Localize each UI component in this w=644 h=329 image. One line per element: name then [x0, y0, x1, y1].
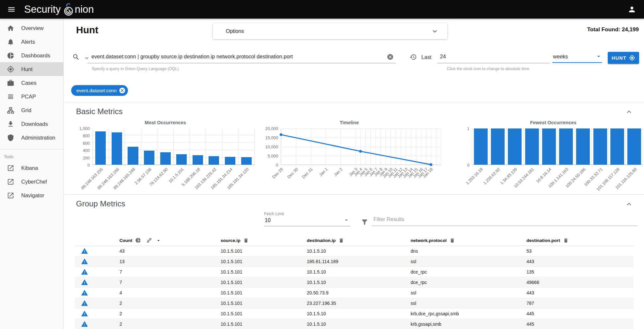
- x-tick-label: Dec 31: [301, 167, 314, 179]
- bar[interactable]: [160, 152, 171, 165]
- bar[interactable]: [542, 128, 556, 165]
- bar[interactable]: [474, 128, 488, 165]
- bar[interactable]: [627, 128, 641, 165]
- pie-chart-toggle-icon[interactable]: [135, 237, 141, 243]
- sidebar-item-label: Overview: [21, 25, 44, 31]
- warning-icon[interactable]: [81, 289, 88, 296]
- bar[interactable]: [112, 132, 122, 165]
- bar[interactable]: [193, 155, 203, 165]
- sidebar-item-cases[interactable]: Cases: [0, 76, 63, 90]
- bar[interactable]: [576, 128, 590, 165]
- fetch-limit-select[interactable]: Fetch Limit 10: [264, 212, 350, 226]
- time-unit-select[interactable]: weeks: [552, 51, 602, 63]
- filter-chip[interactable]: event.dataset:conn: [71, 85, 128, 96]
- topbar: Security nion: [0, 0, 644, 19]
- collapse-basic-metrics-icon[interactable]: [625, 108, 633, 116]
- sidebar-item-hunt[interactable]: Hunt: [0, 62, 63, 76]
- bar[interactable]: [144, 151, 154, 165]
- remove-column-icon[interactable]: [563, 238, 569, 243]
- table-row[interactable]: 410.1.5.10120.50.73.9ssl443: [75, 288, 634, 298]
- x-tick-label: 10.1.5.101: [168, 167, 185, 184]
- hamburger-menu-icon[interactable]: [7, 5, 16, 14]
- bar-slot: [609, 128, 626, 165]
- data-point[interactable]: [280, 133, 283, 136]
- table-row[interactable]: 710.1.5.10110.1.5.10dce_rpc49666: [75, 277, 634, 288]
- bar[interactable]: [610, 128, 624, 165]
- bell-icon: [7, 38, 14, 46]
- warning-icon[interactable]: [81, 258, 88, 265]
- bar[interactable]: [593, 128, 607, 165]
- sidebar-item-label: Kibana: [21, 165, 38, 171]
- groupby-tree-icon[interactable]: [147, 238, 152, 243]
- sidebar-item-alerts[interactable]: Alerts: [0, 35, 63, 49]
- table-cell: 10.1.5.10: [307, 311, 411, 316]
- sidebar-item-overview[interactable]: Overview: [0, 21, 63, 35]
- sidebar-item-navigator[interactable]: Navigator: [0, 188, 63, 202]
- table-row[interactable]: 210.1.5.10110.1.5.10krb,gssapi,smb445: [75, 319, 634, 329]
- groupby-caret-icon[interactable]: [156, 238, 161, 243]
- sidebar-item-cyberchef[interactable]: CyberChef: [0, 175, 63, 188]
- row-actions-cell: [75, 247, 119, 255]
- warning-icon[interactable]: [81, 279, 88, 286]
- hunt-button[interactable]: HUNT: [608, 52, 639, 64]
- bar[interactable]: [225, 157, 235, 165]
- clock-history-icon[interactable]: [410, 53, 417, 61]
- sidebar-item-kibana[interactable]: Kibana: [0, 161, 63, 175]
- x-tick-label: 10.8.16.14: [535, 167, 552, 184]
- data-point[interactable]: [359, 150, 362, 153]
- table-row[interactable]: 710.1.5.10110.1.5.10dce_rpc135: [75, 267, 634, 277]
- sidebar-item-label: Navigator: [21, 192, 44, 199]
- filter-funnel-icon: [361, 218, 369, 226]
- main-content: Hunt Options Total Found: 24,199: [64, 19, 644, 329]
- filter-results-input[interactable]: [372, 215, 637, 226]
- clear-query-icon[interactable]: [387, 53, 394, 60]
- table-cell: ssl: [411, 301, 526, 306]
- sidebar-item-label: PCAP: [21, 94, 36, 100]
- table-row[interactable]: 1310.1.5.101185.81.114.189ssl443: [75, 256, 634, 267]
- brand-text-security: Security: [24, 4, 61, 15]
- collapse-group-metrics-icon[interactable]: [625, 200, 633, 208]
- bar[interactable]: [176, 154, 187, 165]
- y-tick-label: 0: [87, 163, 90, 168]
- table-cell: 135: [526, 269, 634, 275]
- bar[interactable]: [491, 128, 505, 165]
- sidebar-item-dashboards[interactable]: Dashboards: [0, 49, 63, 62]
- briefcase-icon: [7, 79, 14, 87]
- remove-column-icon[interactable]: [243, 238, 249, 243]
- bar[interactable]: [95, 131, 106, 165]
- sidebar-tools-list: KibanaCyberChefNavigator: [0, 161, 63, 202]
- sidebar-item-downloads[interactable]: Downloads: [0, 117, 63, 131]
- table-cell: 4: [119, 290, 221, 295]
- query-input[interactable]: [87, 51, 396, 63]
- table-row[interactable]: 4310.1.5.10110.1.5.10dns53: [75, 246, 634, 256]
- remove-column-icon[interactable]: [338, 238, 344, 243]
- bar[interactable]: [128, 147, 138, 165]
- chevron-down-icon[interactable]: [431, 27, 439, 35]
- sidebar-item-pcap[interactable]: PCAP: [0, 90, 63, 103]
- filter-results-field: [372, 215, 637, 226]
- sidebar-item-grid[interactable]: Grid: [0, 103, 63, 117]
- warning-icon[interactable]: [81, 321, 88, 328]
- sidebar-item-administration[interactable]: Administration: [0, 131, 63, 144]
- table-row[interactable]: 210.1.5.10123.227.196.35ssl787: [75, 298, 634, 308]
- table-cell: 20.50.73.9: [307, 290, 411, 295]
- bar[interactable]: [559, 128, 573, 165]
- warning-icon[interactable]: [81, 300, 88, 307]
- user-account-icon[interactable]: [628, 5, 636, 14]
- bar[interactable]: [508, 128, 522, 165]
- tools-section-label: Tools: [0, 149, 63, 161]
- table-header-row: Count source.ip destination.ip ne: [75, 235, 634, 246]
- remove-column-icon[interactable]: [449, 238, 455, 243]
- table-row[interactable]: 210.1.5.10110.1.5.10krb,dce_rpc,gssapi,s…: [75, 308, 634, 319]
- table-cell: ssl: [411, 259, 526, 264]
- bar-slot: [592, 128, 609, 165]
- bar[interactable]: [209, 156, 219, 165]
- warning-icon[interactable]: [81, 247, 88, 255]
- warning-icon[interactable]: [81, 310, 88, 317]
- duration-input[interactable]: [437, 51, 550, 63]
- remove-filter-icon[interactable]: [119, 87, 126, 94]
- bar[interactable]: [525, 128, 539, 165]
- bar[interactable]: [241, 157, 252, 165]
- options-expander[interactable]: Options: [213, 23, 447, 39]
- warning-icon[interactable]: [81, 268, 88, 276]
